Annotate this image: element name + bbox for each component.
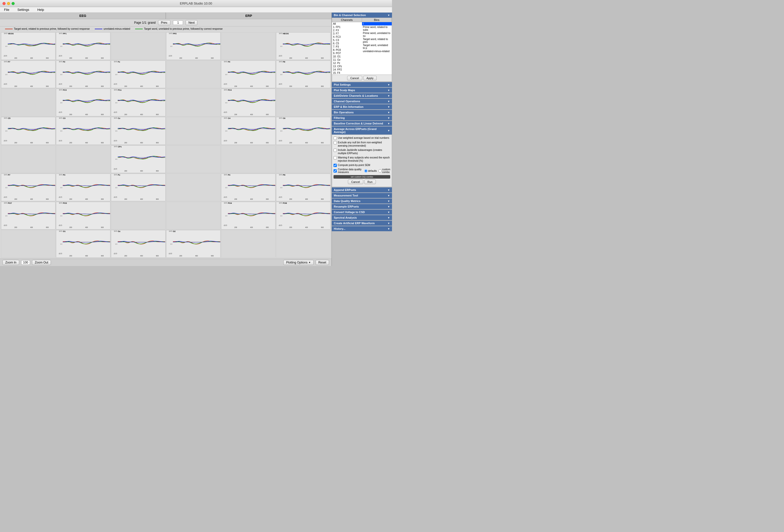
channel-list-item[interactable]: 9. PO7 bbox=[332, 52, 362, 55]
channel-cell bbox=[166, 174, 221, 201]
section-header-erp-bin-info[interactable]: ERP & Bin Information▼ bbox=[332, 104, 392, 109]
ga-run-button[interactable]: Run bbox=[364, 180, 376, 184]
ga-checkbox-include-jackknife[interactable] bbox=[334, 149, 337, 152]
channel-list-item[interactable]: 7. P3 bbox=[332, 45, 362, 48]
channel-cell: 14.0-10.5VEOG3.5200400600 bbox=[1, 32, 55, 60]
section-header-edit-delete-channels[interactable]: Edit/Delete Channels & Locations▼ bbox=[332, 93, 392, 98]
section-header-average-across-erpsets[interactable]: Average Across ERPsets (Grand Average)▼ bbox=[332, 126, 392, 135]
section-header-filtering[interactable]: Filtering▼ bbox=[332, 115, 392, 120]
bin-list-item[interactable]: Target word, related to prev bbox=[362, 37, 392, 43]
plotting-options-button[interactable]: Plotting Options ▼ bbox=[283, 260, 314, 265]
section-header-create-artificial-erp[interactable]: Create Artificial ERP Waveform▼ bbox=[332, 221, 392, 226]
page-number-input[interactable] bbox=[173, 21, 183, 25]
bc-apply-button[interactable]: Apply bbox=[363, 76, 377, 80]
channel-cell: 14.0-10.5C63.5200400600 bbox=[276, 117, 331, 145]
section-header-data-quality-metrics[interactable]: Data Quality Metrics▼ bbox=[332, 199, 392, 204]
section-header-convert-voltage-csd[interactable]: Convert Voltage to CSD▼ bbox=[332, 210, 392, 215]
channel-list-item[interactable]: 8. PO3 bbox=[332, 48, 362, 52]
ga-checkbox-warning-threshold[interactable] bbox=[334, 156, 337, 159]
channel-list-item[interactable]: 11. Oz bbox=[332, 58, 362, 61]
section-arrow-icon: ▼ bbox=[388, 83, 390, 86]
section-header-bin-operations[interactable]: Bin Operations▼ bbox=[332, 110, 392, 115]
channel-list-item[interactable]: 1. FP1 bbox=[332, 25, 362, 29]
zoom-in-button[interactable]: Zoom In bbox=[2, 260, 19, 265]
channel-cell bbox=[1, 230, 55, 258]
channel-list-item[interactable]: 5. C3 bbox=[332, 38, 362, 42]
channel-label: C4 bbox=[228, 117, 230, 119]
bin-list-item[interactable]: unrelated-minus-related bbox=[362, 50, 392, 53]
legend-text-green: Target word, unrelated to previous prime… bbox=[144, 27, 223, 30]
channel-label: C5 bbox=[8, 117, 10, 119]
channel-label: PO7 bbox=[8, 202, 12, 204]
bins-list[interactable]: IPrime word, related to subsPrime word, … bbox=[362, 22, 392, 75]
nav-bar: Page 1/1: grand Prev. Next bbox=[0, 19, 332, 26]
ga-checkbox-weighted-avg[interactable] bbox=[334, 137, 337, 140]
bin-channel-header[interactable]: Bin & Channel Selection ▼ bbox=[332, 12, 392, 18]
channel-cell bbox=[166, 117, 221, 145]
menu-help[interactable]: Help bbox=[36, 7, 46, 12]
channel-list-item[interactable]: 3. F7 bbox=[332, 32, 362, 35]
channel-list-item[interactable]: 13. CPz bbox=[332, 65, 362, 68]
section-header-append-erpsets[interactable]: Append ERPsets▼ bbox=[332, 187, 392, 193]
section-header-history[interactable]: History...▼ bbox=[332, 226, 392, 231]
set-custom-dq-button[interactable]: set custom DQ combo bbox=[334, 175, 390, 179]
channel-list-item[interactable]: 4. FC3 bbox=[332, 35, 362, 38]
channel-label: F7 bbox=[8, 61, 10, 63]
channel-list-item[interactable]: 12. Pz bbox=[332, 61, 362, 65]
channel-cell: 14.0-10.5F33.5200400600 bbox=[56, 60, 110, 88]
bin-channel-arrow-icon: ▼ bbox=[388, 14, 390, 17]
channel-cell: 14.0-10.5Cz3.5200400600 bbox=[111, 117, 165, 145]
maximize-button[interactable] bbox=[11, 2, 15, 5]
channels-list[interactable]: All1. FP12. F33. F74. FC35. C36. C57. P3… bbox=[332, 22, 362, 75]
waveform-panel: EEG ERP Page 1/1: grand Prev. Next Targe… bbox=[0, 12, 332, 266]
bc-cancel-button[interactable]: Cancel bbox=[347, 76, 362, 80]
prev-button[interactable]: Prev. bbox=[158, 20, 170, 25]
channel-label: FCz bbox=[118, 89, 121, 91]
ga-checkbox-compute-sem[interactable] bbox=[334, 164, 337, 167]
next-button[interactable]: Next bbox=[186, 20, 197, 25]
section-header-spectral-analysis[interactable]: Spectral Analysis▼ bbox=[332, 215, 392, 220]
section-header-baseline-correction[interactable]: Baseline Correction & Linear Detrend▼ bbox=[332, 121, 392, 126]
channel-label: FC3 bbox=[63, 89, 66, 91]
channel-label: FP2 bbox=[173, 32, 177, 35]
section-header-plot-scalp-maps[interactable]: Plot Scalp Maps▼ bbox=[332, 88, 392, 93]
ga-checkbox-exclude-null[interactable] bbox=[334, 141, 337, 144]
section-arrow-icon: ▼ bbox=[388, 194, 390, 197]
channel-list-item[interactable]: 10. O1 bbox=[332, 55, 362, 58]
bin-list-item[interactable]: Target word, unrelated to p bbox=[362, 43, 392, 50]
channel-cell: 14.0-10.5PO83.5200400600 bbox=[276, 202, 331, 230]
minimize-button[interactable] bbox=[7, 2, 10, 5]
section-header-plot-settings[interactable]: Plot Settings▼ bbox=[332, 82, 392, 87]
channel-list-item[interactable]: 15. F4 bbox=[332, 71, 362, 75]
section-header-measurement-tool[interactable]: Measurement Tool▼ bbox=[332, 193, 392, 198]
channel-cell: 14.0-10.5FP13.5200400600 bbox=[56, 32, 110, 60]
channel-list-item[interactable]: 6. C5 bbox=[332, 42, 362, 45]
channel-cell: 14.0-10.5F83.5200400600 bbox=[276, 60, 331, 88]
channel-label: FC4 bbox=[228, 89, 232, 91]
traffic-lights bbox=[2, 2, 15, 5]
channels-column: Channels All1. FP12. F33. F74. FC35. C36… bbox=[332, 18, 362, 75]
menu-file[interactable]: File bbox=[2, 7, 11, 12]
channel-list-item[interactable]: 2. F3 bbox=[332, 29, 362, 32]
reset-button[interactable]: Reset bbox=[316, 260, 329, 265]
bin-channel-panel: Channels All1. FP12. F33. F74. FC35. C36… bbox=[332, 18, 392, 82]
bin-list-item[interactable]: Prime word, unrelated to su bbox=[362, 31, 392, 37]
channel-label: C6 bbox=[283, 117, 285, 119]
section-header-channel-operations[interactable]: Channel Operations▼ bbox=[332, 99, 392, 104]
close-button[interactable] bbox=[2, 2, 5, 5]
zoom-out-button[interactable]: Zoom Out bbox=[32, 260, 51, 265]
section-header-resample-erpsets[interactable]: Resample ERPsets▼ bbox=[332, 204, 392, 209]
bin-list-item[interactable]: Prime word, related to subs bbox=[362, 25, 392, 31]
section-arrow-icon: ▼ bbox=[388, 211, 390, 214]
channel-label: F3 bbox=[63, 61, 65, 63]
channel-label: Cz bbox=[118, 117, 120, 119]
ga-cancel-button[interactable]: Cancel bbox=[348, 180, 363, 184]
bin-list-item[interactable]: I bbox=[362, 22, 392, 25]
channel-label: PO8 bbox=[283, 202, 287, 204]
channel-list-item[interactable]: 14. FP2 bbox=[332, 68, 362, 71]
ga-option-compute-sem: Compute point-by-point SEM bbox=[334, 164, 390, 167]
channel-cell bbox=[166, 60, 221, 88]
ga-checkbox-combine-dq[interactable] bbox=[334, 169, 337, 173]
menu-settings[interactable]: Settings bbox=[16, 7, 31, 12]
channel-list-item[interactable]: All bbox=[332, 22, 362, 25]
